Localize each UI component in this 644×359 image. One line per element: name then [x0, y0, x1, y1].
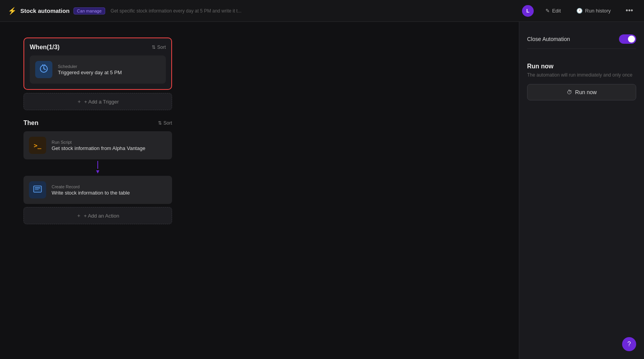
script-icon: >_ [34, 142, 41, 149]
then-title: Then [23, 120, 38, 127]
run-now-description: The automation will run immediately and … [527, 72, 636, 78]
can-manage-badge: Can manage [74, 7, 105, 14]
then-sort-button[interactable]: ⇅ Sort [158, 120, 172, 126]
run-script-label: Run Script [52, 140, 145, 145]
header-right: L ✎ Edit 🕐 Run history ••• [522, 5, 636, 17]
run-now-section: Run now The automation will run immediat… [527, 57, 636, 107]
close-automation-toggle[interactable] [619, 34, 636, 44]
trigger-value: Triggered every day at 5 PM [58, 70, 122, 75]
scheduler-icon-wrap [35, 61, 52, 78]
trigger-card[interactable]: Scheduler Triggered every day at 5 PM [30, 55, 166, 84]
then-header: Then ⇅ Sort [23, 120, 172, 127]
sort-icon: ⇅ [152, 45, 156, 50]
script-icon-wrap: >_ [29, 137, 46, 154]
when-header: When(1/3) ⇅ Sort [30, 44, 166, 51]
header-left: ⚡ Stock automation Can manage Get specif… [8, 7, 242, 15]
create-record-info: Create Record Write stock information to… [52, 184, 130, 196]
canvas: When(1/3) ⇅ Sort [0, 22, 519, 359]
close-automation-row: Close Automation [527, 30, 636, 49]
add-action-plus-icon: ＋ [76, 212, 81, 219]
create-record-label: Create Record [52, 184, 130, 189]
sidebar: Close Automation Run now The automation … [519, 22, 644, 359]
when-box: When(1/3) ⇅ Sort [23, 38, 172, 90]
automation-subtitle: Get specific stock information every day… [111, 8, 242, 14]
connector: ▼ [23, 159, 172, 176]
svg-rect-7 [35, 189, 39, 190]
plus-icon: ＋ [77, 98, 82, 105]
run-script-value: Get stock information from Alpha Vantage [52, 145, 145, 151]
then-section: Then ⇅ Sort >_ Run Script Get stock info… [23, 120, 172, 224]
when-section: When(1/3) ⇅ Sort [23, 38, 172, 110]
run-history-label: Run history [585, 8, 611, 14]
avatar[interactable]: L [522, 5, 534, 17]
run-now-button[interactable]: ⏱ Run now [527, 84, 636, 100]
connector-arrow: ▼ [95, 169, 100, 174]
clock-icon: 🕐 [576, 8, 583, 14]
add-action-label: + Add an Action [84, 213, 119, 219]
run-now-title: Run now [527, 63, 636, 70]
svg-rect-3 [42, 64, 43, 66]
create-record-card[interactable]: Create Record Write stock information to… [23, 176, 172, 204]
run-history-button[interactable]: 🕐 Run history [572, 5, 615, 16]
create-record-value: Write stock information to the table [52, 190, 130, 196]
then-sort-icon: ⇅ [158, 120, 162, 126]
when-title: When(1/3) [30, 44, 59, 51]
add-trigger-button[interactable]: ＋ + Add a Trigger [23, 93, 172, 110]
main: When(1/3) ⇅ Sort [0, 22, 644, 359]
corner-button[interactable]: ? [622, 337, 636, 351]
run-script-info: Run Script Get stock information from Al… [52, 140, 145, 151]
add-trigger-label: + Add a Trigger [84, 99, 119, 105]
scheduler-icon [39, 63, 49, 76]
then-sort-label: Sort [163, 120, 172, 126]
header: ⚡ Stock automation Can manage Get specif… [0, 0, 644, 22]
automation-title: Stock automation [20, 7, 70, 14]
when-sort-button[interactable]: ⇅ Sort [152, 45, 166, 50]
run-script-card[interactable]: >_ Run Script Get stock information from… [23, 131, 172, 159]
edit-button[interactable]: ✎ Edit [542, 5, 565, 16]
corner-icon: ? [628, 341, 631, 348]
add-action-button[interactable]: ＋ + Add an Action [23, 207, 172, 224]
svg-rect-4 [44, 64, 45, 66]
svg-rect-6 [35, 188, 40, 188]
toggle-knob [628, 36, 635, 43]
more-button[interactable]: ••• [622, 5, 636, 16]
edit-icon: ✎ [545, 8, 550, 14]
record-icon-wrap [29, 181, 46, 198]
connector-line [97, 161, 98, 169]
run-now-button-label: Run now [575, 89, 597, 95]
when-sort-label: Sort [157, 45, 166, 50]
automation-icon: ⚡ [8, 7, 16, 15]
trigger-label: Scheduler [58, 64, 122, 69]
close-automation-label: Close Automation [527, 36, 570, 42]
edit-label: Edit [552, 8, 561, 14]
run-now-clock-icon: ⏱ [567, 89, 572, 95]
trigger-info: Scheduler Triggered every day at 5 PM [58, 64, 122, 75]
record-icon [32, 184, 43, 196]
